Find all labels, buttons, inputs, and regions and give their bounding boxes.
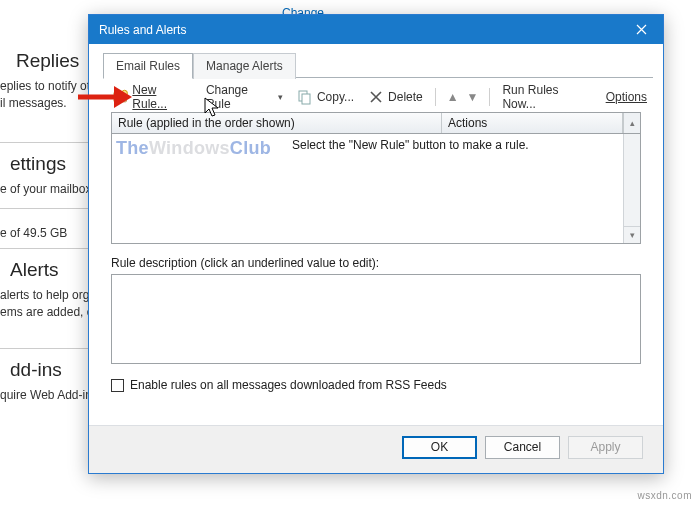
- scrollbar[interactable]: ▾: [623, 134, 640, 243]
- tab-email-rules[interactable]: Email Rules: [103, 53, 193, 79]
- change-rule-button[interactable]: Change Rule▾: [202, 81, 287, 113]
- cancel-button[interactable]: Cancel: [485, 436, 560, 459]
- move-down-icon[interactable]: ▼: [464, 90, 482, 104]
- ok-button[interactable]: OK: [402, 436, 477, 459]
- move-up-icon[interactable]: ▲: [444, 90, 462, 104]
- delete-button[interactable]: Delete: [364, 87, 427, 107]
- rules-col-rule[interactable]: Rule (applied in the order shown): [112, 113, 442, 133]
- dialog-title: Rules and Alerts: [99, 23, 619, 37]
- new-rule-label: New Rule...: [132, 83, 192, 111]
- rule-description-box[interactable]: [111, 274, 641, 364]
- run-rules-now-button[interactable]: Run Rules Now...: [498, 81, 595, 113]
- change-rule-label: Change Rule: [206, 83, 273, 111]
- page-watermark: wsxdn.com: [637, 490, 692, 501]
- close-icon: [636, 24, 647, 35]
- close-button[interactable]: [619, 15, 663, 44]
- rules-col-actions[interactable]: Actions: [442, 113, 623, 133]
- scroll-up-icon[interactable]: ▴: [623, 113, 640, 133]
- titlebar[interactable]: Rules and Alerts: [89, 15, 663, 44]
- rules-and-alerts-dialog: Rules and Alerts Email Rules Manage Aler…: [88, 14, 664, 474]
- rss-checkbox-label: Enable rules on all messages downloaded …: [130, 378, 447, 392]
- apply-button: Apply: [568, 436, 643, 459]
- empty-rules-message: Select the "New Rule" button to make a r…: [292, 138, 618, 152]
- delete-label: Delete: [388, 90, 423, 104]
- copy-icon: [297, 89, 313, 105]
- options-button[interactable]: Options: [602, 88, 651, 106]
- move-up-down[interactable]: ▲▼: [444, 90, 482, 104]
- copy-button[interactable]: Copy...: [293, 87, 358, 107]
- rules-list-body[interactable]: TheWindowsClub Select the "New Rule" but…: [111, 134, 641, 244]
- toolbar-separator: [489, 88, 490, 106]
- dialog-button-bar: OK Cancel Apply: [89, 425, 663, 473]
- svg-rect-3: [302, 94, 310, 104]
- copy-label: Copy...: [317, 90, 354, 104]
- rule-description-label: Rule description (click an underlined va…: [111, 256, 641, 270]
- rules-list-header: Rule (applied in the order shown) Action…: [111, 112, 641, 134]
- scroll-down-icon[interactable]: ▾: [624, 226, 640, 243]
- delete-icon: [368, 89, 384, 105]
- toolbar: New Rule... Change Rule▾ Copy... Delete …: [109, 86, 651, 108]
- tab-manage-alerts[interactable]: Manage Alerts: [193, 53, 296, 79]
- tab-strip: Email Rules Manage Alerts: [103, 52, 653, 78]
- run-rules-label: Run Rules Now...: [502, 83, 591, 111]
- annotation-arrow: [76, 82, 134, 112]
- rss-checkbox-row[interactable]: Enable rules on all messages downloaded …: [111, 378, 641, 392]
- chevron-down-icon: ▾: [278, 92, 283, 102]
- toolbar-separator: [435, 88, 436, 106]
- rss-checkbox[interactable]: [111, 379, 124, 392]
